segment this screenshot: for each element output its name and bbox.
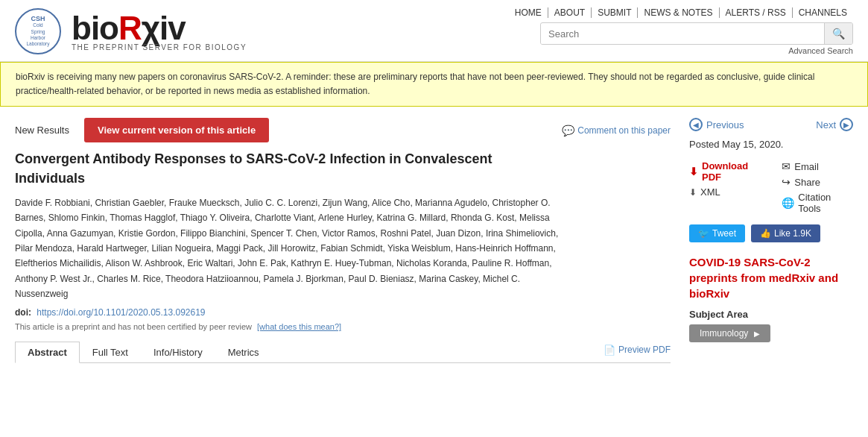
nav-about[interactable]: ABOUT <box>548 7 592 18</box>
alert-text: bioRxiv is receiving many new papers on … <box>16 72 814 96</box>
pdf-icon: 📄 <box>604 345 615 356</box>
facebook-icon: 👍 <box>760 228 771 239</box>
tab-fulltext[interactable]: Full Text <box>80 342 141 362</box>
comment-icon: 💬 <box>562 125 574 136</box>
search-input[interactable] <box>541 24 824 44</box>
previous-button[interactable]: ◀ Previous <box>689 118 744 131</box>
like-button[interactable]: 👍 Like 1.9K <box>751 224 820 242</box>
nav-channels[interactable]: CHANNELS <box>793 7 853 18</box>
search-box: 🔍 <box>540 22 853 45</box>
next-button[interactable]: Next ▶ <box>816 118 853 131</box>
xml-link[interactable]: ⬇ XML <box>689 186 767 198</box>
download-actions: ⬇ Download PDF ⬇ XML ✉ Email ↪ Share <box>689 160 853 214</box>
preview-pdf-link[interactable]: 📄 Preview PDF <box>604 345 671 360</box>
nav-submit[interactable]: SUBMIT <box>592 7 638 18</box>
tweet-label: Tweet <box>712 228 736 239</box>
brand-bio: bio <box>72 10 118 46</box>
comment-label: Comment on this paper <box>577 125 671 136</box>
csh-logo: CSH ColdSpringHarborLaboratory <box>15 8 61 54</box>
email-icon: ✉ <box>782 160 791 172</box>
download-icon: ⬇ <box>689 166 698 177</box>
article-left-meta: New Results View current version of this… <box>15 118 269 142</box>
xml-label: XML <box>700 186 720 198</box>
nav-news[interactable]: NEWS & NOTES <box>638 7 719 18</box>
covid-title: COVID-19 SARS-CoV-2 preprints from medRx… <box>689 254 853 301</box>
preview-pdf-label: Preview PDF <box>618 345 671 355</box>
email-label: Email <box>794 161 819 172</box>
twitter-icon: 🐦 <box>698 228 709 239</box>
main-content: New Results View current version of this… <box>0 107 868 374</box>
left-actions: ⬇ Download PDF ⬇ XML <box>689 160 767 198</box>
previous-label: Previous <box>706 119 744 131</box>
tab-metrics[interactable]: Metrics <box>215 342 272 362</box>
next-label: Next <box>816 119 836 131</box>
tab-abstract[interactable]: Abstract <box>15 342 80 363</box>
download-pdf-link[interactable]: ⬇ Download PDF <box>689 160 767 183</box>
email-link[interactable]: ✉ Email <box>782 160 853 172</box>
posted-date: Posted May 15, 2020. <box>689 139 853 150</box>
brand-end: χiv <box>142 10 186 46</box>
what-means-link[interactable]: [what does this mean?] <box>257 322 341 331</box>
citation-tools-label: Citation Tools <box>798 192 853 214</box>
download-pdf-label: Download PDF <box>702 160 767 183</box>
share-icon: ↪ <box>782 176 791 188</box>
prev-circle-icon: ◀ <box>689 118 703 131</box>
tweet-button[interactable]: 🐦 Tweet <box>689 224 745 242</box>
alert-banner: bioRxiv is receiving many new papers on … <box>0 62 868 107</box>
preprint-text: This article is a preprint and has not b… <box>15 322 252 331</box>
like-label: Like 1.9K <box>774 228 811 239</box>
nav-links: HOME ABOUT SUBMIT NEWS & NOTES ALERTS / … <box>509 7 853 18</box>
biorxiv-brand: bioRχiv THE PREPRINT SERVER FOR BIOLOGY <box>72 12 247 51</box>
citation-tools-link[interactable]: 🌐 Citation Tools <box>782 192 853 214</box>
view-current-button[interactable]: View current version of this article <box>84 118 269 142</box>
article-area: New Results View current version of this… <box>15 118 671 363</box>
subject-tag-label: Immunology <box>700 328 748 339</box>
subject-tag-arrow-icon: ▶ <box>754 330 760 338</box>
right-actions: ✉ Email ↪ Share 🌐 Citation Tools <box>782 160 853 214</box>
header: CSH ColdSpringHarborLaboratory bioRχiv T… <box>0 0 868 62</box>
nav-alerts[interactable]: ALERTS / RSS <box>720 7 793 18</box>
header-left: CSH ColdSpringHarborLaboratory bioRχiv T… <box>15 8 247 54</box>
search-button[interactable]: 🔍 <box>824 23 852 44</box>
social-buttons: 🐦 Tweet 👍 Like 1.9K <box>689 224 853 242</box>
article-type: New Results <box>15 125 69 136</box>
xml-icon: ⬇ <box>689 187 697 198</box>
tabs-row: Abstract Full Text Info/History Metrics … <box>15 342 671 363</box>
nav-home[interactable]: HOME <box>509 7 548 18</box>
doi-link[interactable]: https://doi.org/10.1101/2020.05.13.09261… <box>37 307 205 318</box>
globe-icon: 🌐 <box>782 197 794 209</box>
comment-area: 💬 Comment on this paper <box>562 125 671 136</box>
article-title: Convergent Antibody Responses to SARS-Co… <box>15 150 559 187</box>
sidebar: ◀ Previous Next ▶ Posted May 15, 2020. ⬇… <box>689 118 853 363</box>
header-right: HOME ABOUT SUBMIT NEWS & NOTES ALERTS / … <box>509 7 853 55</box>
next-circle-icon: ▶ <box>840 118 853 131</box>
tagline: THE PREPRINT SERVER FOR BIOLOGY <box>72 43 247 51</box>
share-label: Share <box>794 177 820 188</box>
covid-section: COVID-19 SARS-CoV-2 preprints from medRx… <box>689 254 853 342</box>
nav-arrows: ◀ Previous Next ▶ <box>689 118 853 131</box>
subject-area-label: Subject Area <box>689 309 853 320</box>
authors: Davide F. Robbiani, Christian Gaebler, F… <box>15 195 559 302</box>
brand-r: R <box>118 10 142 46</box>
tab-infohistory[interactable]: Info/History <box>141 342 215 362</box>
doi-label: doi: <box>15 307 31 318</box>
subject-tag[interactable]: Immunology ▶ <box>689 324 770 342</box>
share-link[interactable]: ↪ Share <box>782 176 853 188</box>
advanced-search-link[interactable]: Advanced Search <box>788 46 853 55</box>
comment-link[interactable]: 💬 Comment on this paper <box>562 125 671 136</box>
article-header-row: New Results View current version of this… <box>15 118 671 142</box>
search-area: 🔍 Advanced Search <box>540 22 853 55</box>
preprint-notice: This article is a preprint and has not b… <box>15 322 671 331</box>
doi-line: doi: https://doi.org/10.1101/2020.05.13.… <box>15 307 671 318</box>
